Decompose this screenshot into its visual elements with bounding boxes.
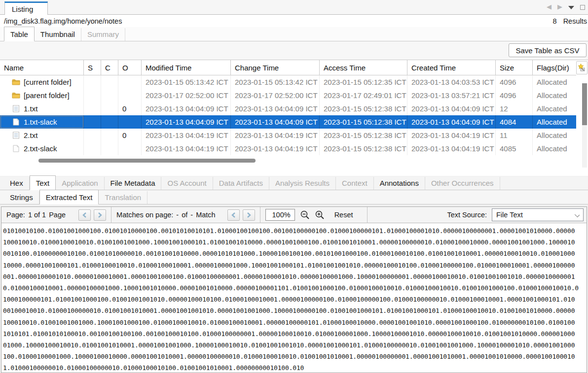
- tab-application: Application: [56, 177, 104, 190]
- cell-change: 2023-01-15 05:13:42 ICT: [231, 75, 320, 89]
- arrow-right-icon: [246, 212, 252, 218]
- col-header-access[interactable]: Access Time: [320, 60, 407, 75]
- col-header-modified[interactable]: Modified Time: [142, 60, 231, 75]
- history-forward-icon[interactable]: ▶: [557, 3, 562, 11]
- cell-access: 2023-01-15 05:12:38 ICT: [320, 129, 407, 142]
- reset-button[interactable]: Reset: [334, 211, 353, 219]
- previous-match-button[interactable]: [227, 209, 240, 221]
- table-header: Name S C O Modified Time Change Time Acc…: [0, 60, 576, 75]
- zoom-level-input[interactable]: 100%: [265, 209, 295, 221]
- folder-icon: [12, 78, 20, 86]
- cell-size: 12: [496, 102, 533, 115]
- cell-change: 2023-01-13 04:04:19 ICT: [231, 142, 320, 155]
- window-tabstrip: Listing ◀ ▶: [0, 0, 588, 15]
- results-count: 8 Results: [553, 17, 587, 25]
- cell-created: 2023-01-13 04:04:09 ICT: [407, 115, 496, 129]
- cell-name: 2.txt-slack: [0, 142, 84, 155]
- table-row[interactable]: [current folder] 2023-01-15 05:13:42 ICT…: [0, 75, 576, 89]
- tab-annotations-label: Annotations: [380, 179, 419, 187]
- col-header-flags[interactable]: Flags(Dir): [533, 60, 576, 75]
- page-value: 1 of 1: [28, 211, 46, 219]
- tab-table[interactable]: Table: [4, 27, 35, 41]
- table-row-selected[interactable]: 1.txt-slack 2023-01-13 04:04:09 ICT 2023…: [0, 115, 576, 129]
- cell-flags: Allocated: [533, 89, 576, 102]
- cell-access: 2023-01-15 05:12:35 ICT: [320, 75, 407, 89]
- previous-page-button[interactable]: [78, 209, 91, 221]
- binary-text-line: 10000.00001001000101.01000100010010.0100…: [3, 260, 587, 271]
- cell-s: [84, 102, 101, 115]
- zoom-in-icon[interactable]: [315, 210, 325, 220]
- binary-text-line: 00100010010.01000100000010.0100100101000…: [3, 305, 587, 316]
- next-page-button[interactable]: [94, 209, 106, 221]
- col-header-created[interactable]: Created Time: [407, 60, 496, 75]
- cell-c: [101, 75, 118, 89]
- tab-thumbnail[interactable]: Thumbnail: [35, 28, 81, 41]
- binary-text-line: 01000.10000100010010.01001001010001.0000…: [3, 339, 587, 351]
- tab-summary: Summary: [81, 28, 125, 41]
- history-back-icon[interactable]: ◀: [547, 3, 551, 11]
- arrow-left-icon: [231, 212, 236, 218]
- col-header-change[interactable]: Change Time: [231, 60, 320, 75]
- tab-list-dropdown-icon[interactable]: [568, 6, 574, 9]
- col-header-c[interactable]: C: [101, 60, 118, 75]
- tab-context-label: Context: [342, 179, 368, 187]
- zoom-out-icon[interactable]: [300, 210, 310, 220]
- tab-data-artifacts: Data Artifacts: [213, 177, 269, 190]
- page-label: Page:: [6, 211, 25, 219]
- binary-text-line: 001.00000100001010.00000100010001.000010…: [3, 271, 587, 282]
- float-window-icon[interactable]: [580, 5, 585, 10]
- text-source-select[interactable]: File Text: [492, 208, 584, 221]
- col-header-size[interactable]: Size: [496, 60, 533, 75]
- cell-change: 2023-01-13 04:04:09 ICT: [231, 102, 320, 115]
- save-table-csv-button[interactable]: Save Table as CSV: [509, 43, 587, 57]
- text-viewer-subtabs: Strings Extracted Text Translation: [0, 190, 588, 204]
- cell-access: 2023-01-17 02:49:01 ICT: [320, 89, 407, 102]
- table-vertical-scrollbar[interactable]: [582, 83, 587, 168]
- tab-extracted-text[interactable]: Extracted Text: [39, 190, 99, 204]
- tab-hex[interactable]: Hex: [4, 177, 30, 190]
- horizontal-scrollbar-thumb[interactable]: [38, 159, 256, 163]
- tab-strings[interactable]: Strings: [4, 191, 39, 204]
- table-row[interactable]: 2.txt-slack 2023-01-13 04:04:19 ICT 2023…: [0, 142, 576, 155]
- slack-file-icon: [12, 145, 20, 152]
- extracted-text-content[interactable]: 01010010100.01001001000100.0100101000010…: [1, 224, 587, 373]
- cell-modified: 2023-01-13 04:04:19 ICT: [142, 129, 231, 142]
- table-row[interactable]: 1.txt 0 2023-01-13 04:04:09 ICT 2023-01-…: [0, 102, 576, 115]
- cell-modified: 2023-01-15 05:13:42 ICT: [142, 75, 231, 89]
- tab-analysis-results: Analysis Results: [269, 177, 336, 190]
- cell-name: 2.txt: [0, 129, 84, 142]
- tab-os-account-label: OS Account: [167, 179, 206, 187]
- extracted-text-panel: Page: 1 of 1 Page Matches on page: - of …: [1, 206, 587, 373]
- tab-listing[interactable]: Listing: [4, 1, 48, 15]
- content-viewer-tabs: Hex Text Application File Metadata OS Ac…: [0, 176, 588, 190]
- cell-c: [101, 129, 118, 142]
- binary-text-line: 1000100000101.01001001000100.01001001001…: [3, 294, 587, 305]
- next-match-button[interactable]: [243, 209, 255, 221]
- cell-size: 11: [496, 129, 533, 142]
- cell-access: 2023-01-15 05:12:38 ICT: [320, 102, 407, 115]
- col-header-s[interactable]: S: [84, 60, 101, 75]
- binary-text-line: 100010010.01001001001000.10001001000100.…: [3, 317, 587, 328]
- tab-file-metadata[interactable]: File Metadata: [105, 177, 162, 190]
- column-settings-button[interactable]: [576, 61, 588, 74]
- zoom-level-value: 100%: [272, 211, 291, 219]
- table-row[interactable]: [parent folder] 2023-01-17 02:52:00 ICT …: [0, 89, 576, 102]
- text-viewer-toolbar: Page: 1 of 1 Page Matches on page: - of …: [1, 207, 587, 223]
- tab-annotations[interactable]: Annotations: [374, 177, 425, 190]
- col-header-name[interactable]: Name: [0, 60, 84, 75]
- cell-modified: 2023-01-13 04:04:09 ICT: [142, 102, 231, 115]
- table-row[interactable]: 2.txt 0 2023-01-13 04:04:19 ICT 2023-01-…: [0, 129, 576, 142]
- vertical-scrollbar-thumb[interactable]: [582, 83, 587, 125]
- chevron-down-icon: [575, 212, 580, 217]
- cell-created: 2023-01-13 04:04:09 ICT: [407, 102, 496, 115]
- file-name: 2.txt-slack: [24, 144, 57, 153]
- table-horizontal-scrollbar[interactable]: [0, 158, 576, 164]
- cell-name: [current folder]: [0, 75, 84, 89]
- tab-strings-label: Strings: [10, 193, 33, 202]
- cell-change: 2023-01-17 02:52:00 ICT: [231, 89, 320, 102]
- arrow-left-icon: [82, 212, 87, 218]
- tab-other-occurrences: Other Occurrences: [425, 177, 500, 190]
- col-header-o[interactable]: O: [118, 60, 142, 75]
- binary-text-line: 1.01000100000010.01000100000010.01000100…: [3, 362, 587, 373]
- tab-text[interactable]: Text: [30, 175, 56, 190]
